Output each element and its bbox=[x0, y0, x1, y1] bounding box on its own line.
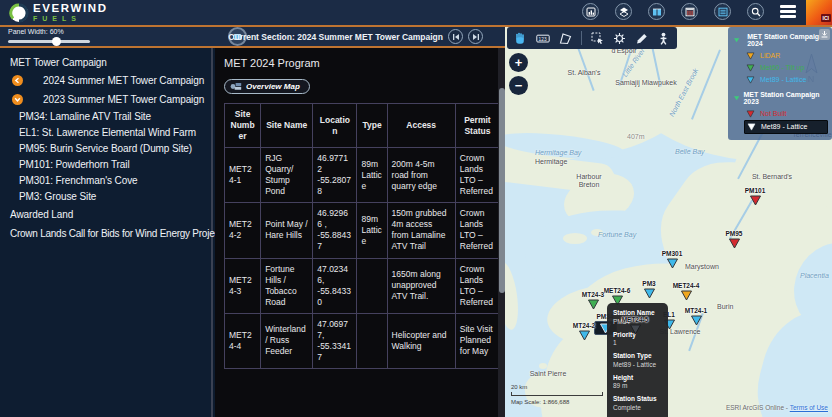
legend-group-header[interactable]: MET Station Campaign 2023 bbox=[734, 91, 828, 105]
stats-icon[interactable] bbox=[582, 3, 599, 20]
sidebar-item-2024-campaign[interactable]: 2024 Summer MET Tower Campaign bbox=[0, 71, 211, 90]
table-scrollbar-thumb[interactable] bbox=[499, 88, 505, 293]
table-scrollbar-track[interactable] bbox=[498, 48, 505, 417]
sidebar-item-el1[interactable]: EL1: St. Lawrence Elemental Wind Farm bbox=[0, 125, 211, 141]
sidebar-item-crown-lands[interactable]: Crown Lands Call for Bids for Wind Energ… bbox=[0, 226, 211, 242]
terms-of-use-link[interactable]: Terms of Use bbox=[790, 404, 828, 411]
legend-item-met89-2024[interactable]: Met89 - Lattice bbox=[744, 74, 828, 86]
zoom-out-button[interactable]: − bbox=[509, 76, 528, 95]
sidebar-item-awarded-land[interactable]: Awarded Land bbox=[0, 207, 211, 223]
table-row[interactable]: MET24-3 Fortune Hills / Tobacco Road 47.… bbox=[225, 258, 500, 313]
map-marker-mt24-1[interactable]: MT24-1 bbox=[672, 307, 720, 326]
overview-map-button[interactable]: Overview Map bbox=[224, 79, 310, 94]
streetview-person-icon[interactable] bbox=[657, 32, 670, 45]
sidebar-item-pm34[interactable]: PM34: Lamaline ATV Trail Site bbox=[0, 109, 211, 125]
triangle-marker-icon bbox=[680, 290, 693, 301]
sidebar-item-met-tower-campaign[interactable]: MET Tower Campaign bbox=[0, 55, 211, 71]
measure-icon[interactable]: 123 bbox=[536, 32, 550, 45]
ici-logo[interactable]: ICI bbox=[806, 0, 832, 25]
legend-download-icon[interactable] bbox=[819, 29, 830, 40]
attribution-text: ESRI ArcGIS Online - bbox=[726, 404, 790, 411]
table-row[interactable]: MET24-4 Winterland / Russ Feeder 47.0697… bbox=[225, 313, 500, 368]
water-label: Belle Bay bbox=[675, 148, 705, 155]
slider-thumb[interactable] bbox=[52, 37, 61, 46]
cell-type bbox=[357, 258, 387, 313]
legend-item-label: LiDAR bbox=[760, 52, 780, 60]
marker-label: PM95 bbox=[710, 230, 758, 238]
water-label: Fortune Bay bbox=[598, 231, 636, 238]
map-marker-met24-5[interactable]: MET24-5 bbox=[611, 316, 659, 335]
ici-logo-text: ICI bbox=[821, 14, 831, 22]
layers-icon[interactable] bbox=[615, 3, 632, 20]
legend-list-icon[interactable] bbox=[714, 3, 731, 20]
table-row[interactable]: MET24-1 RJG Quarry/ Stump Pond 46.97712 … bbox=[225, 148, 500, 203]
legend-group-header[interactable]: MET Station Campaign 2024 bbox=[734, 33, 828, 47]
pan-hand-icon[interactable] bbox=[514, 32, 527, 45]
island-shape bbox=[505, 261, 522, 331]
basemap-icon[interactable] bbox=[648, 3, 665, 20]
caret-down-icon bbox=[734, 38, 739, 43]
map-canvas[interactable]: St. Alban's Samiajij Miawpukek Head of B… bbox=[505, 27, 832, 417]
settings-gear-icon[interactable] bbox=[613, 32, 626, 45]
marker-label: MT24-1 bbox=[672, 307, 720, 315]
place-label: Hermitage bbox=[535, 158, 567, 166]
map-marker-pm301[interactable]: PM301 bbox=[648, 250, 696, 269]
polygon-measure-icon[interactable] bbox=[559, 32, 572, 45]
tooltip-field-label: Station Status bbox=[613, 395, 662, 404]
cell-type: 89m Lattice bbox=[357, 203, 387, 258]
map-marker-pm101[interactable]: PM101 bbox=[731, 187, 779, 206]
sidebar-item-pm3[interactable]: PM3: Grouse Site bbox=[0, 189, 211, 205]
legend-group-title: MET Station Campaign 2023 bbox=[743, 91, 828, 105]
tooltip-field-label: Height bbox=[613, 374, 662, 383]
chevron-down-icon[interactable] bbox=[12, 94, 23, 105]
table-row[interactable]: MET24-2 Point May / Hare Hills 46.92966 … bbox=[225, 203, 500, 258]
triangle-marker-icon bbox=[690, 315, 703, 326]
current-section-bar: Current Section: 2024 Summer MET Tower C… bbox=[228, 27, 483, 46]
triangle-marker-icon bbox=[578, 330, 591, 341]
col-site-name: Site Name bbox=[261, 104, 313, 148]
cell-access: 200m 4-5m road from quarry edge bbox=[387, 148, 455, 203]
legend-item-met89-2023-selected[interactable]: Met89 - Lattice bbox=[744, 120, 828, 134]
cell-site-number: MET24-4 bbox=[225, 313, 261, 368]
place-label: St. Bernard's bbox=[745, 173, 799, 181]
cell-site-name: RJG Quarry/ Stump Pond bbox=[261, 148, 313, 203]
chevron-left-icon[interactable] bbox=[12, 75, 23, 86]
legend-item-lidar[interactable]: LiDAR bbox=[744, 50, 828, 62]
current-section-label: Current Section: 2024 Summer MET Tower C… bbox=[228, 32, 443, 42]
next-section-button[interactable] bbox=[468, 29, 483, 44]
sidebar-item-label: 2024 Summer MET Tower Campaign bbox=[43, 73, 204, 89]
legend-item-not-built[interactable]: Not Built bbox=[744, 108, 828, 120]
draw-pencil-icon[interactable] bbox=[635, 32, 648, 45]
marker-label: PM301 bbox=[648, 250, 696, 258]
scalebar-line bbox=[511, 392, 603, 396]
scalebar-distance: 20 km bbox=[511, 383, 603, 391]
tooltip-field: Station StatusComplete bbox=[613, 395, 662, 412]
sidebar-item-pm95[interactable]: PM95: Burin Service Board (Dump Site) bbox=[0, 141, 211, 157]
select-icon[interactable] bbox=[591, 32, 604, 45]
marker-label: PM101 bbox=[731, 187, 779, 195]
menu-icon[interactable] bbox=[780, 5, 796, 18]
svg-text:123: 123 bbox=[539, 36, 547, 41]
panel-title: MET 2024 Program bbox=[224, 57, 505, 69]
panel-width-slider[interactable] bbox=[8, 40, 90, 43]
col-site-number: Site Number bbox=[225, 104, 261, 148]
prev-section-button[interactable] bbox=[448, 29, 463, 44]
search-icon[interactable] bbox=[747, 3, 764, 20]
legend-item-met60[interactable]: Met60 - Tilt up bbox=[744, 62, 828, 74]
table-icon[interactable] bbox=[681, 3, 698, 20]
overview-map-icon bbox=[230, 82, 242, 91]
map-marker-pm95[interactable]: PM95 bbox=[710, 230, 758, 249]
header-icon-bar bbox=[582, 3, 796, 20]
triangle-marker-icon bbox=[587, 299, 600, 310]
zoom-in-button[interactable]: + bbox=[509, 53, 528, 72]
met-program-panel: MET 2024 Program Overview Map Site Numbe… bbox=[215, 48, 505, 417]
toolbar-divider bbox=[581, 31, 582, 45]
sidebar-item-pm301[interactable]: PM301: Frenchman's Cove bbox=[0, 173, 211, 189]
sub-header: Panel Width: 60% Current Section: 2024 S… bbox=[0, 27, 505, 48]
sidebar-item-pm101[interactable]: PM101: Powderhorn Trail bbox=[0, 157, 211, 173]
col-access: Access bbox=[387, 104, 455, 148]
cell-location: 47.06977, -55.33417 bbox=[313, 313, 357, 368]
sidebar-item-2023-campaign[interactable]: 2023 Summer MET Tower Campaign bbox=[0, 90, 211, 109]
map-marker-mt24-2[interactable]: MT24-2 bbox=[560, 322, 608, 341]
triangle-marker-icon bbox=[629, 324, 642, 335]
